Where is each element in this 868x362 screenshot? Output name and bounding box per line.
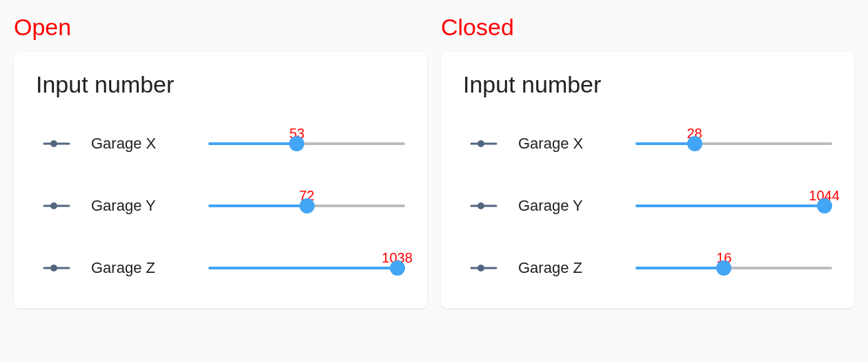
slider-fill bbox=[635, 204, 825, 207]
panel-title-closed: Closed bbox=[441, 14, 854, 41]
svg-point-11 bbox=[477, 265, 484, 272]
slider-fill bbox=[635, 267, 724, 269]
row-garage-x-open: Garage X 53 bbox=[36, 123, 405, 164]
input-range-icon bbox=[36, 137, 77, 151]
slider-thumb[interactable] bbox=[817, 198, 832, 213]
panel-title-open: Open bbox=[14, 14, 427, 41]
slider-garage-x-closed[interactable]: 28 bbox=[635, 142, 832, 145]
row-label: Garage Y bbox=[518, 197, 622, 215]
row-garage-y-open: Garage Y 72 bbox=[36, 185, 405, 227]
svg-point-7 bbox=[477, 140, 484, 147]
slider-thumb[interactable] bbox=[716, 260, 731, 276]
slider-garage-x-open[interactable]: 53 bbox=[208, 142, 405, 145]
input-range-icon bbox=[36, 199, 77, 213]
panel-open: Open Input number Garage X 53 bbox=[14, 14, 427, 308]
input-range-icon bbox=[463, 261, 504, 275]
row-garage-x-closed: Garage X 28 bbox=[463, 123, 832, 164]
card-open: Input number Garage X 53 bbox=[14, 52, 427, 308]
slider-track bbox=[635, 142, 832, 145]
row-label: Garage Z bbox=[518, 259, 622, 277]
slider-track bbox=[208, 204, 405, 207]
svg-point-1 bbox=[50, 140, 57, 147]
slider-garage-y-closed[interactable]: 1044 bbox=[635, 204, 832, 207]
slider-fill bbox=[208, 267, 397, 269]
slider-thumb[interactable] bbox=[390, 260, 405, 276]
input-range-icon bbox=[463, 137, 504, 151]
slider-garage-y-open[interactable]: 72 bbox=[208, 204, 405, 207]
panel-closed: Closed Input number Garage X 28 bbox=[441, 14, 854, 308]
slider-thumb[interactable] bbox=[299, 198, 315, 213]
card-title-open: Input number bbox=[36, 71, 405, 98]
slider-track bbox=[208, 142, 405, 145]
row-garage-y-closed: Garage Y 1044 bbox=[463, 185, 832, 227]
row-garage-z-open: Garage Z 1038 bbox=[36, 247, 405, 289]
container: Open Input number Garage X 53 bbox=[14, 14, 854, 308]
svg-point-5 bbox=[50, 265, 57, 272]
slider-garage-z-closed[interactable]: 16 bbox=[635, 267, 832, 269]
svg-point-3 bbox=[50, 202, 57, 209]
row-label: Garage X bbox=[518, 135, 622, 153]
slider-fill bbox=[208, 142, 297, 145]
row-label: Garage Z bbox=[91, 259, 195, 277]
card-title-closed: Input number bbox=[463, 71, 832, 98]
slider-thumb[interactable] bbox=[289, 136, 304, 151]
slider-fill bbox=[208, 204, 307, 207]
slider-track bbox=[635, 267, 832, 269]
slider-fill bbox=[635, 142, 695, 145]
row-label: Garage Y bbox=[91, 197, 195, 215]
input-range-icon bbox=[463, 199, 504, 213]
svg-point-9 bbox=[477, 202, 484, 209]
slider-track bbox=[208, 267, 405, 269]
row-label: Garage X bbox=[91, 135, 195, 153]
slider-garage-z-open[interactable]: 1038 bbox=[208, 267, 405, 269]
slider-thumb[interactable] bbox=[687, 136, 702, 151]
card-closed: Input number Garage X 28 bbox=[441, 52, 854, 308]
input-range-icon bbox=[36, 261, 77, 275]
row-garage-z-closed: Garage Z 16 bbox=[463, 247, 832, 289]
slider-track bbox=[635, 204, 832, 207]
